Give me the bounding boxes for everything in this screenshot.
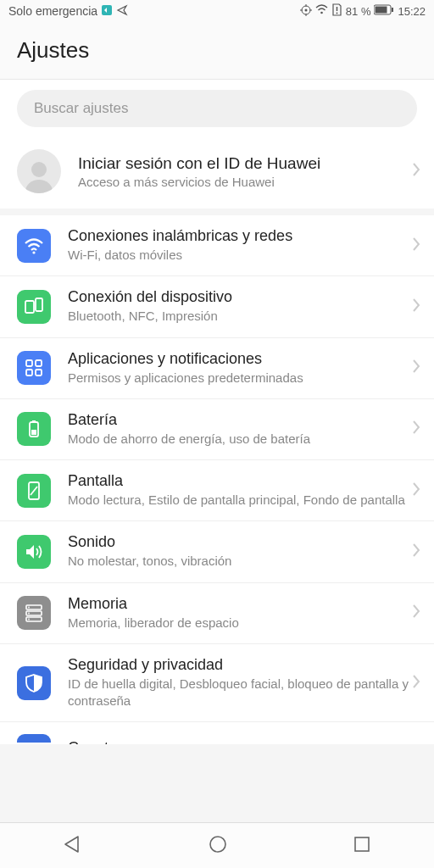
settings-list: Conexiones inalámbricas y redesWi-Fi, da… [0, 215, 434, 722]
account-title: Iniciar sesión con el ID de Huawei [78, 154, 412, 173]
nav-home-button[interactable] [208, 834, 228, 858]
battery-icon [17, 412, 51, 446]
storage-icon [17, 596, 51, 630]
item-title: Conexiones inalámbricas y redes [68, 227, 412, 245]
security-icon [17, 666, 51, 700]
svg-point-27 [210, 837, 225, 852]
account-login-row[interactable]: Iniciar sesión con el ID de Huawei Acces… [0, 137, 434, 215]
settings-item[interactable]: Conexiones inalámbricas y redesWi-Fi, da… [0, 215, 434, 276]
item-title: Cuentas [68, 739, 420, 744]
item-title: Seguridad y privacidad [68, 656, 412, 674]
nav-back-button[interactable] [63, 834, 83, 858]
chevron-right-icon [412, 542, 420, 561]
item-subtitle: Wi-Fi, datos móviles [68, 247, 412, 264]
svg-rect-6 [376, 7, 387, 14]
item-subtitle: Memoria, liberador de espacio [68, 615, 412, 632]
svg-point-2 [304, 8, 307, 11]
svg-point-26 [28, 619, 30, 620]
settings-item[interactable]: SonidoNo molestar, tonos, vibración [0, 521, 434, 582]
svg-point-9 [25, 180, 53, 193]
carrier-label: Solo emergencia [8, 4, 97, 18]
item-subtitle: Permisos y aplicaciones predeterminadas [68, 370, 412, 387]
svg-rect-18 [32, 420, 36, 422]
item-subtitle: No molestar, tonos, vibración [68, 553, 412, 570]
settings-item[interactable]: MemoriaMemoria, liberador de espacio [0, 583, 434, 644]
item-title: Batería [68, 411, 412, 429]
item-subtitle: ID de huella digital, Desbloqueo facial,… [68, 676, 412, 710]
status-bar: Solo emergencia 81 % 15:22 [0, 0, 434, 22]
page-header: Ajustes [0, 22, 434, 79]
chevron-right-icon [412, 298, 420, 316]
item-title: Memoria [68, 595, 412, 613]
status-send-icon [116, 4, 128, 19]
svg-point-10 [32, 251, 35, 253]
chevron-right-icon [412, 420, 420, 438]
battery-icon [374, 4, 394, 18]
display-icon [17, 474, 51, 508]
sound-icon [17, 535, 51, 569]
svg-rect-12 [36, 298, 42, 311]
nav-recent-button[interactable] [353, 835, 371, 857]
wifi-icon [315, 3, 328, 19]
svg-rect-28 [355, 837, 369, 851]
item-subtitle: Modo de ahorro de energía, uso de baterí… [68, 431, 412, 448]
svg-rect-15 [26, 370, 32, 376]
svg-rect-7 [392, 8, 393, 12]
settings-item[interactable]: BateríaModo de ahorro de energía, uso de… [0, 399, 434, 460]
chevron-right-icon [412, 359, 420, 377]
svg-point-25 [28, 613, 30, 615]
item-subtitle: Bluetooth, NFC, Impresión [68, 308, 412, 325]
wifi-icon [17, 229, 51, 263]
settings-item[interactable]: Aplicaciones y notificacionesPermisos y … [0, 338, 434, 399]
accounts-icon [17, 734, 51, 743]
item-title: Aplicaciones y notificaciones [68, 350, 412, 368]
item-title: Pantalla [68, 472, 412, 490]
svg-point-3 [320, 12, 323, 14]
svg-point-4 [336, 13, 337, 14]
svg-rect-11 [25, 301, 34, 313]
settings-item[interactable]: Seguridad y privacidadID de huella digit… [0, 644, 434, 723]
svg-rect-16 [36, 370, 42, 376]
svg-rect-14 [36, 360, 42, 366]
svg-rect-19 [31, 430, 36, 435]
settings-item-partial[interactable]: Cuentas [0, 722, 434, 744]
apps-icon [17, 351, 51, 385]
item-subtitle: Modo lectura, Estilo de pantalla princip… [68, 492, 412, 509]
item-title: Conexión del dispositivo [68, 288, 412, 306]
status-badge-icon [101, 4, 113, 19]
svg-point-8 [31, 162, 47, 177]
avatar [17, 149, 61, 193]
nav-bar [0, 822, 434, 868]
chevron-right-icon [412, 481, 420, 500]
settings-item[interactable]: PantallaModo lectura, Estilo de pantalla… [0, 460, 434, 521]
item-title: Sonido [68, 533, 412, 551]
svg-rect-13 [26, 360, 32, 366]
chevron-right-icon [412, 162, 420, 181]
page-title: Ajustes [17, 37, 417, 64]
location-icon [300, 4, 312, 19]
account-subtitle: Acceso a más servicios de Huawei [78, 175, 412, 189]
chevron-right-icon [412, 674, 420, 693]
battery-pct-label: 81 % [346, 5, 371, 18]
settings-item[interactable]: Conexión del dispositivoBluetooth, NFC, … [0, 276, 434, 337]
sim-alert-icon [331, 3, 342, 19]
svg-point-24 [28, 607, 30, 609]
chevron-right-icon [412, 604, 420, 622]
time-label: 15:22 [398, 5, 426, 18]
device-icon [17, 290, 51, 324]
chevron-right-icon [412, 236, 420, 255]
search-input[interactable]: Buscar ajustes [17, 90, 417, 127]
